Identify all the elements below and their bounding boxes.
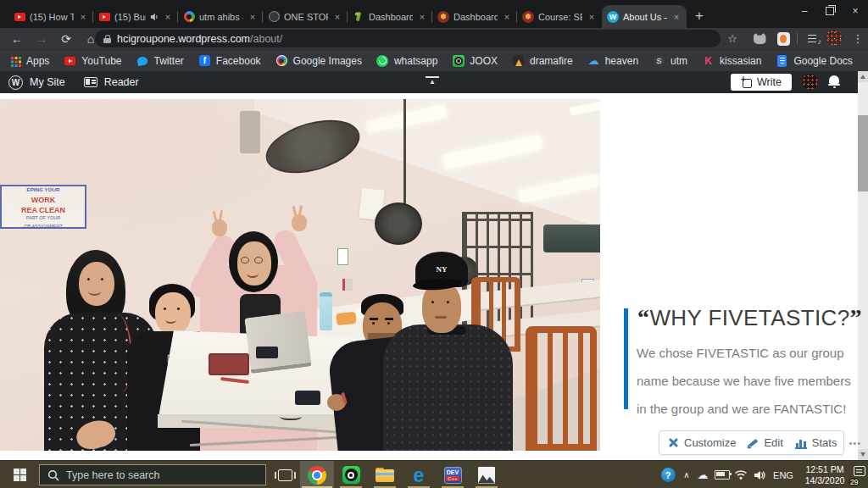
forward-icon[interactable]: → (31, 28, 52, 49)
bookmark-google-docs[interactable]: Google Docs (776, 54, 852, 67)
taskbar-photos[interactable] (470, 461, 504, 488)
paragraph-line: in the group and we are FANTASTIC! (637, 395, 851, 423)
person-3-finger (213, 211, 218, 221)
bookmark-youtube[interactable]: YouTube (64, 54, 121, 67)
address-bar[interactable]: hcigroupone.wordpress.com/about/ (95, 30, 721, 47)
elearning-icon (353, 11, 364, 23)
bookmark-dramafire[interactable]: dramafire (512, 54, 573, 67)
tab-one-stop[interactable]: ONE STOP S × (263, 5, 348, 28)
paragraph-line: We chose FIVETASTIC as our group (637, 339, 851, 367)
scrollbar-thumb[interactable] (858, 115, 868, 191)
scroll-up-arrow[interactable] (858, 71, 868, 82)
new-tab-button[interactable]: + (695, 8, 704, 25)
volume-icon[interactable] (750, 461, 769, 488)
tab-course[interactable]: Course: SECV × (517, 5, 602, 28)
tab-about-us-active[interactable]: W About Us – F × (602, 5, 687, 28)
page-scrollbar[interactable] (858, 71, 868, 460)
notifications-bell-icon[interactable] (828, 75, 840, 87)
tab-dashboard-2[interactable]: Dashboard × (432, 5, 517, 28)
tab-close-icon[interactable]: × (78, 12, 88, 22)
tab-youtube-1[interactable]: (15) How To × (8, 5, 93, 28)
tab-strip: (15) How To × (15) Bun × utm ahibs - ( ×… (0, 0, 868, 28)
tab-close-icon[interactable]: × (417, 12, 427, 22)
reader-icon[interactable] (84, 77, 97, 87)
tab-close-icon[interactable]: × (163, 12, 173, 22)
wp-reader[interactable]: Reader (104, 76, 139, 88)
youtube-icon (98, 11, 110, 23)
tab-dashboard-1[interactable]: Dashboard - × (348, 5, 432, 28)
more-actions-icon[interactable]: ••• (849, 438, 861, 448)
tab-audio-icon[interactable] (150, 13, 159, 21)
tab-close-icon[interactable]: × (502, 12, 512, 22)
page-viewport: W My Site Reader ▲ + Write (0, 71, 868, 460)
write-button[interactable]: + Write (731, 74, 792, 91)
lock-icon[interactable] (103, 35, 111, 43)
media-control-icon[interactable]: ♪ (804, 28, 824, 49)
hidden-icons-chevron[interactable]: ∧ (679, 461, 694, 488)
extension-icon[interactable] (773, 28, 793, 49)
wp-user-avatar[interactable] (802, 74, 818, 90)
window-close-button[interactable]: × (843, 0, 868, 22)
customize-button[interactable]: Customize (668, 436, 736, 449)
tab-close-icon[interactable]: × (671, 12, 682, 22)
taskbar-joox[interactable] (334, 461, 368, 488)
window-minimize-button[interactable]: – (792, 0, 817, 22)
kissasian-icon: K (702, 54, 715, 67)
youtube-icon (64, 54, 76, 67)
browser-menu-icon[interactable]: ⋮ (848, 28, 868, 49)
taskbar-search[interactable] (39, 464, 266, 485)
bookmark-google-images[interactable]: Google Images (275, 54, 362, 67)
wp-my-site[interactable]: My Site (30, 76, 65, 88)
about-photo: EPING YOUR WORK REA CLEAN PART OF YOUR O… (0, 99, 600, 451)
taskbar-edge[interactable]: e (402, 461, 436, 488)
wifi-icon[interactable] (732, 461, 750, 488)
stats-button[interactable]: Stats (795, 436, 837, 449)
search-input[interactable] (59, 469, 254, 482)
bookmark-kissasian[interactable]: K kissasian (702, 54, 761, 67)
google-docs-icon (776, 54, 788, 67)
start-button[interactable] (0, 461, 39, 488)
collapse-top-icon[interactable]: ▲ (426, 76, 439, 86)
taskbar-clock[interactable]: 12:51 PM 14/3/2020 (800, 461, 849, 488)
tab-youtube-2[interactable]: (15) Bun × (93, 5, 178, 28)
tab-close-icon[interactable]: × (587, 12, 597, 22)
paragraph-line: name because we have five members (637, 367, 851, 395)
joox-icon (452, 54, 465, 67)
person-3-hand-peace (212, 219, 227, 236)
toolbar-divider (797, 33, 798, 44)
bookmark-whatsapp[interactable]: whatsapp (376, 54, 437, 67)
scroll-down-arrow[interactable] (858, 449, 868, 460)
tab-close-icon[interactable]: × (332, 12, 342, 22)
windows-logo-icon (14, 469, 26, 481)
tab-close-icon[interactable]: × (248, 12, 258, 22)
cloud-icon: ☁ (587, 54, 600, 67)
bookmark-twitter[interactable]: Twitter (136, 54, 184, 67)
battery-icon[interactable] (713, 461, 732, 488)
heading-text: WHY FIVETASTIC? (649, 305, 849, 330)
notification-center[interactable]: 29 (848, 461, 868, 488)
taskbar-chrome[interactable] (300, 461, 334, 488)
person-1-eye (101, 278, 103, 280)
taskbar-devcpp[interactable]: DEVC++ (436, 461, 470, 488)
help-tray-icon[interactable]: ? (657, 461, 679, 488)
bookmark-utm[interactable]: S utm (653, 54, 687, 67)
back-icon[interactable]: ← (7, 28, 27, 49)
task-view-icon (278, 469, 292, 481)
cat-extension-icon[interactable] (749, 28, 770, 49)
edit-button[interactable]: Edit (748, 436, 782, 449)
taskbar-file-explorer[interactable] (368, 461, 402, 488)
bookmark-heaven[interactable]: ☁ heaven (587, 54, 638, 67)
language-indicator[interactable]: ENG (769, 461, 798, 488)
onedrive-cloud-icon[interactable]: ☁ (694, 461, 711, 488)
profile-avatar[interactable] (826, 30, 843, 47)
reload-icon[interactable]: ⟳ (56, 28, 76, 49)
task-view-button[interactable] (270, 461, 300, 488)
wordpress-logo-icon[interactable]: W (8, 75, 23, 90)
bookmark-joox[interactable]: JOOX (452, 54, 498, 67)
person-1-face (79, 262, 114, 306)
bookmark-star-icon[interactable]: ☆ (722, 28, 743, 49)
bookmark-facebook[interactable]: f Facebook (198, 54, 261, 67)
bookmark-apps[interactable]: Apps (8, 54, 49, 67)
window-restore-button[interactable] (817, 0, 843, 22)
tab-google-search[interactable]: utm ahibs - ( × (178, 5, 263, 28)
